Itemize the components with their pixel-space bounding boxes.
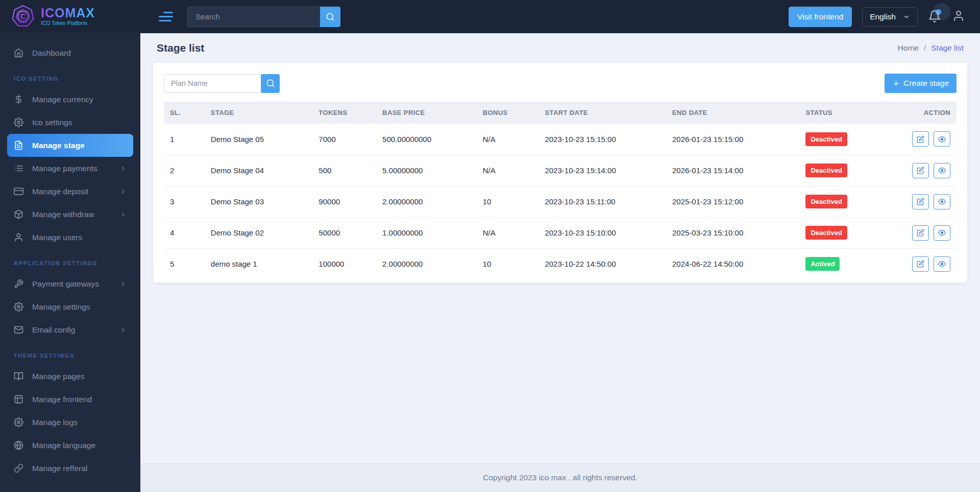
sidebar-item-manage-logs[interactable]: Manage logs <box>0 411 140 434</box>
column-header-bonus: BONUS <box>477 102 539 124</box>
sidebar-item-label: Manage settings <box>32 302 90 312</box>
table-row: 2Demo Stage 045005.00000000N/A2023-10-23… <box>164 155 957 186</box>
sidebar-toggle-button[interactable] <box>159 12 174 21</box>
app-window: C ICOMAX ICO Token Platform DashboardICO… <box>0 0 980 492</box>
edit-stage-button[interactable] <box>912 163 929 178</box>
brand-logo[interactable]: C ICOMAX ICO Token Platform <box>0 0 140 33</box>
sidebar-item-label: Manage logs <box>32 418 78 427</box>
create-stage-button[interactable]: Create stage <box>885 74 957 93</box>
filter-row: Create stage <box>164 74 957 93</box>
sidebar-item-label: Manage users <box>32 233 82 242</box>
sidebar-item-label: Ico settings <box>32 118 72 127</box>
cell-sl: 3 <box>164 186 205 217</box>
sidebar-item-manage-frontend[interactable]: Manage frontend <box>0 388 140 411</box>
eye-icon <box>938 167 946 174</box>
chevron-right-icon <box>119 211 127 218</box>
sidebar-item-manage-users[interactable]: Manage users <box>0 226 140 249</box>
sidebar-item-manage-pages[interactable]: Manage pages <box>0 365 140 388</box>
breadcrumb-home[interactable]: Home <box>898 43 919 53</box>
sidebar-item-manage-refferal[interactable]: Manage refferal <box>0 457 140 480</box>
user-icon <box>952 10 965 22</box>
brand-text: ICOMAX ICO Token Platform <box>41 7 95 26</box>
search-input[interactable] <box>187 7 320 27</box>
list-icon <box>14 163 23 173</box>
breadcrumb: Home / Stage list <box>898 43 964 53</box>
sidebar-item-label: Manage currency <box>32 95 93 104</box>
edit-stage-button[interactable] <box>912 194 929 209</box>
home-icon <box>14 48 23 58</box>
cell-sl: 2 <box>164 155 205 186</box>
cell-bonus: N/A <box>477 155 539 186</box>
sidebar-item-manage-settings[interactable]: Manage settings <box>0 295 140 318</box>
view-stage-button[interactable] <box>934 163 950 178</box>
view-stage-button[interactable] <box>934 194 950 209</box>
create-stage-label: Create stage <box>903 79 949 88</box>
cell-tokens: 7000 <box>312 124 376 155</box>
link-icon <box>14 463 23 473</box>
cell-status: Deactived <box>799 124 901 155</box>
cell-base-price: 2.00000000 <box>376 186 477 217</box>
sidebar-item-manage-currency[interactable]: Manage currency <box>0 88 140 111</box>
column-header-start-date: START DATE <box>538 102 666 124</box>
edit-icon <box>917 135 924 143</box>
cell-stage: Demo Stage 02 <box>205 217 313 248</box>
table-row: 4Demo Stage 02500001.00000000N/A2023-10-… <box>164 217 957 248</box>
stage-table: SL.STAGETOKENSBASE PRICEBONUSSTART DATEE… <box>164 102 957 279</box>
search-icon <box>326 12 335 21</box>
sidebar-section-header-application-settings: APPLICATION SETTINGS <box>0 249 140 272</box>
language-select-value: English <box>870 12 896 21</box>
cell-sl: 1 <box>164 124 205 155</box>
cell-start-date: 2023-10-23 15:14:00 <box>538 155 666 186</box>
cell-end-date: 2024-06-22 14:50:00 <box>666 248 799 279</box>
sidebar-item-manage-withdraw[interactable]: Manage withdraw <box>0 203 140 226</box>
gear-icon <box>14 118 23 127</box>
sidebar-item-manage-deposit[interactable]: Manage deposit <box>0 180 140 203</box>
cell-action <box>901 248 957 279</box>
sidebar-item-payment-gateways[interactable]: Payment gateways <box>0 272 140 295</box>
language-select[interactable]: English <box>862 7 918 27</box>
view-stage-button[interactable] <box>934 225 950 241</box>
plus-icon <box>892 80 900 87</box>
topbar-right: Visit frontend English <box>789 7 965 27</box>
sidebar-item-email-config[interactable]: Email config <box>0 318 140 341</box>
eye-icon <box>938 260 946 268</box>
sidebar-item-dashboard[interactable]: Dashboard <box>0 41 140 64</box>
plan-search-button[interactable] <box>261 74 280 93</box>
sidebar-section-header-ico-setting: ICO SETTING <box>0 64 140 88</box>
sidebar-item-ico-settings[interactable]: Ico settings <box>0 111 140 134</box>
cell-start-date: 2023-10-23 15:10:00 <box>538 217 666 248</box>
sidebar-item-manage-language[interactable]: Manage language <box>0 434 140 457</box>
cell-tokens: 50000 <box>312 217 376 248</box>
cell-end-date: 2025-01-23 15:12:00 <box>666 186 799 217</box>
sidebar-item-manage-payments[interactable]: Manage payments <box>0 157 140 180</box>
sidebar: C ICOMAX ICO Token Platform DashboardICO… <box>0 0 140 492</box>
file-text-icon <box>14 140 23 150</box>
topbar-search <box>187 7 340 27</box>
edit-stage-button[interactable] <box>912 131 929 147</box>
view-stage-button[interactable] <box>934 256 950 272</box>
eye-icon <box>938 135 946 143</box>
chevron-down-icon <box>903 13 910 20</box>
cell-base-price: 5.00000000 <box>376 155 477 186</box>
cell-base-price: 1.00000000 <box>376 217 477 248</box>
plan-name-input[interactable] <box>164 74 262 93</box>
sidebar-item-manage-stage[interactable]: Manage stage <box>7 134 133 157</box>
cell-bonus: N/A <box>477 124 539 155</box>
visit-frontend-button[interactable]: Visit frontend <box>789 7 852 27</box>
cell-bonus: 10 <box>477 248 539 279</box>
view-stage-button[interactable] <box>934 131 950 147</box>
breadcrumb-current: Stage list <box>931 43 964 53</box>
cell-tokens: 100000 <box>312 248 376 279</box>
book-open-icon <box>14 371 23 381</box>
page-title: Stage list <box>157 42 204 54</box>
footer: Copyright 2023 ico max . all rights rese… <box>140 463 980 492</box>
sidebar-item-label: Manage refferal <box>32 464 87 473</box>
edit-icon <box>917 260 924 268</box>
notifications-button[interactable] <box>928 10 942 24</box>
search-button[interactable] <box>320 7 340 27</box>
profile-button[interactable] <box>952 10 965 24</box>
edit-stage-button[interactable] <box>912 256 929 272</box>
cell-bonus: 10 <box>477 186 539 217</box>
stage-list-card: Create stage SL.STAGETOKENSBASE PRICEBON… <box>153 63 967 283</box>
edit-stage-button[interactable] <box>912 225 929 241</box>
